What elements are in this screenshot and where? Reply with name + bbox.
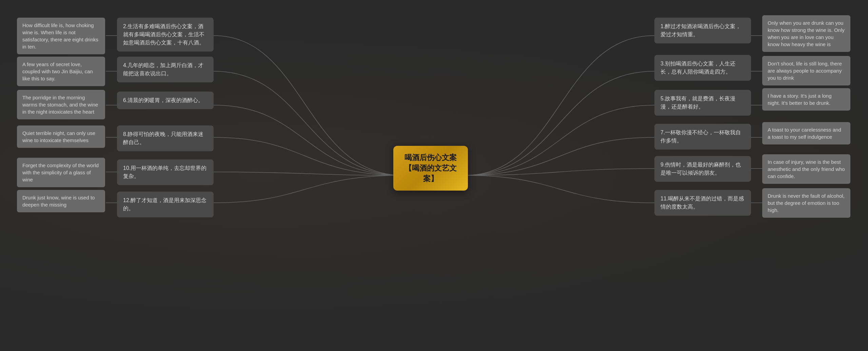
right-mid-node-3: 5.故事我有，就是费酒，长夜漫漫，还是醉着好。 [654, 90, 751, 116]
left-side-node-6: Drunk just know, wine is used to deepen … [17, 190, 105, 212]
left-mid-node-3: 6.清晨的粥暖胃，深夜的酒醉心。 [117, 92, 214, 109]
right-mid-node-5: 9.伤情时，酒是最好的麻醉剂，也是唯一可以倾诉的朋友。 [654, 156, 751, 182]
left-mid-node-1: 2.生活有多难喝酒后伤心文案，酒就有多喝喝酒后伤心文案，生活不如意喝酒后伤心文案… [117, 18, 214, 52]
right-side-node-1: Only when you are drunk can you know how… [762, 15, 850, 52]
center-node: 喝酒后伤心文案【喝酒的文艺文案】 [393, 146, 468, 191]
right-mid-node-6: 11.喝醉从来不是酒的过错，而是感情的度数太高。 [654, 190, 751, 216]
right-side-node-2: Don't shoot, life is still long, there a… [762, 56, 850, 85]
mind-map: 喝酒后伤心文案【喝酒的文艺文案】 2.生活有多难喝酒后伤心文案，酒就有多喝喝酒后… [0, 0, 868, 351]
left-mid-node-6: 12.醉了才知道，酒是用来加深思念的。 [117, 192, 214, 217]
right-side-node-5: In case of injury, wine is the best anes… [762, 154, 850, 184]
center-label: 喝酒后伤心文案【喝酒的文艺文案】 [405, 153, 457, 183]
right-mid-node-1: 1.醉过才知酒浓喝酒后伤心文案，爱过才知情重。 [654, 18, 751, 43]
left-side-node-5: Forget the complexity of the world with … [17, 158, 105, 187]
left-side-node-2: A few years of secret love, coupled with… [17, 57, 105, 86]
right-mid-node-2: 3.别拍喝酒后伤心文案，人生还长，总有人陪你喝酒走四方。 [654, 55, 751, 81]
left-side-node-4: Quiet terrible night, can only use wine … [17, 125, 105, 148]
left-side-node-1: How difficult life is, how choking wine … [17, 18, 105, 54]
right-side-node-3: I have a story. It's just a long night. … [762, 88, 850, 111]
right-side-node-6: Drunk is never the fault of alcohol, but… [762, 188, 850, 218]
left-mid-node-2: 4.几年的暗恋，加上两斤白酒，才能把这喜欢说出口。 [117, 57, 214, 82]
left-mid-node-4: 8.静得可怕的夜晚，只能用酒来迷醉自己。 [117, 125, 214, 151]
left-mid-node-5: 10.用一杯酒的单纯，去忘却世界的复杂。 [117, 159, 214, 185]
right-side-node-4: A toast to your carelessness and a toast… [762, 122, 850, 144]
left-side-node-3: The porridge in the morning warms the st… [17, 90, 105, 119]
right-mid-node-4: 7.一杯敬你漫不经心，一杯敬我自作多情。 [654, 124, 751, 150]
